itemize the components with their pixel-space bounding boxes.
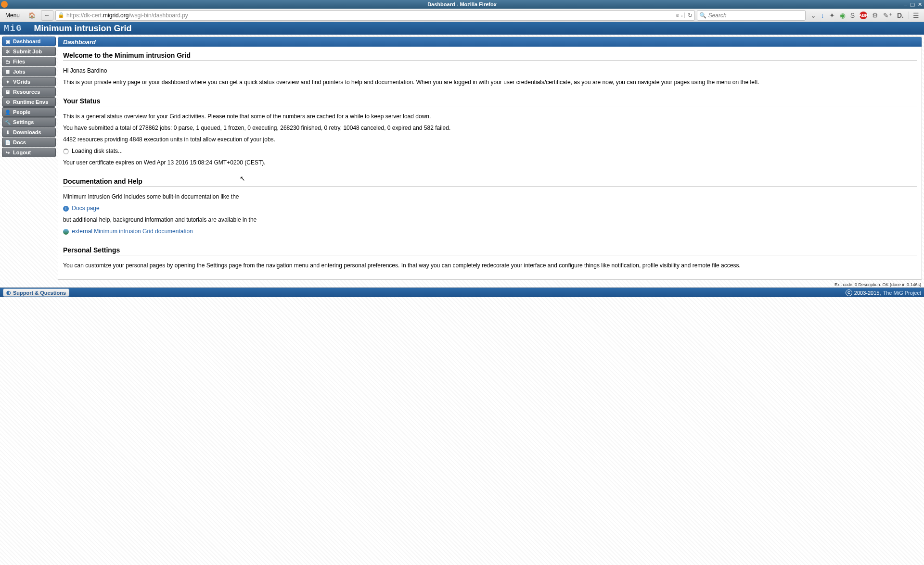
exit-code-line: Exit code: 0 Description: OK (done in 0.… xyxy=(0,282,924,288)
nav-item-label: Logout xyxy=(13,150,31,155)
nav-item-label: Dashboard xyxy=(13,38,40,44)
docs-intro: Minimum intrusion Grid includes some bui… xyxy=(63,192,917,201)
search-icon: 🔍 xyxy=(699,12,706,19)
intro-text: This is your private entry page or your … xyxy=(63,78,917,87)
downloads-icon: ⬇ xyxy=(5,129,11,135)
browser-toolbar: Menu 🏠 ← 🔒 https://dk-cert.migrid.org/ws… xyxy=(0,9,924,22)
question-icon: ◐ xyxy=(6,289,11,296)
resources-line: 4482 resources providing 4848 execution … xyxy=(63,135,917,144)
nav-item-files[interactable]: 🗀Files xyxy=(2,57,56,66)
dashboard-icon: ▣ xyxy=(5,38,11,44)
page-layout: ▣Dashboard✲Submit Job🗀Files≣Jobs✦VGrids🖥… xyxy=(0,35,924,282)
home-button[interactable]: 🏠 xyxy=(25,10,39,21)
reader-mode-icon[interactable]: ⎚ ▾ xyxy=(675,13,685,18)
nav-item-label: Runtime Envs xyxy=(13,99,48,105)
jobs-icon: ≣ xyxy=(5,69,11,75)
extension-icon-6[interactable]: D. xyxy=(897,12,904,19)
nav-item-label: Settings xyxy=(13,119,34,125)
search-input[interactable] xyxy=(708,12,803,19)
panel-title: Dashboard xyxy=(58,37,922,47)
status-heading: Your Status xyxy=(63,97,917,106)
main-panel: Dashboard Welcome to the Minimum intrusi… xyxy=(58,37,922,280)
nav-item-downloads[interactable]: ⬇Downloads xyxy=(2,127,56,137)
pocket-icon[interactable]: ⌄ xyxy=(810,12,816,19)
docs-icon: 📄 xyxy=(5,139,11,145)
resources-icon: 🖥 xyxy=(5,89,11,95)
support-button[interactable]: ◐ Support & Questions xyxy=(3,289,69,297)
nav-item-label: People xyxy=(13,109,30,115)
adblock-icon[interactable]: ABP xyxy=(860,12,867,19)
runtime-envs-icon: ⚙ xyxy=(5,99,11,105)
welcome-heading: Welcome to the Minimum intrusion Grid xyxy=(63,51,917,61)
site-title: Minimum intrusion Grid xyxy=(34,24,131,34)
nav-item-label: Downloads xyxy=(13,129,41,135)
status-note: This is a general status overview for yo… xyxy=(63,112,917,121)
nav-item-settings[interactable]: 🔧Settings xyxy=(2,117,56,127)
menu-button[interactable]: Menu xyxy=(2,10,23,21)
hamburger-menu[interactable]: ☰ xyxy=(909,12,919,19)
url-bar[interactable]: 🔒 https://dk-cert.migrid.org/wsgi-bin/da… xyxy=(55,10,695,21)
extension-icon-5[interactable]: ✎⁺ xyxy=(883,12,892,19)
firefox-icon xyxy=(1,1,8,8)
nav-item-vgrids[interactable]: ✦VGrids xyxy=(2,77,56,87)
nav-item-dashboard[interactable]: ▣Dashboard xyxy=(2,37,56,46)
docs-link-row: i Docs page xyxy=(63,204,917,213)
page-header: MiG Minimum intrusion Grid xyxy=(0,22,924,35)
url-text[interactable]: https://dk-cert.migrid.org/wsgi-bin/dash… xyxy=(66,12,673,19)
globe-icon xyxy=(63,229,69,235)
nav-item-runtime-envs[interactable]: ⚙Runtime Envs xyxy=(2,97,56,107)
nav-item-submit-job[interactable]: ✲Submit Job xyxy=(2,47,56,56)
nav-item-resources[interactable]: 🖥Resources xyxy=(2,87,56,97)
external-docs-link[interactable]: external Minimum intrusion Grid document… xyxy=(72,228,192,235)
reload-button[interactable]: ↻ xyxy=(688,12,693,19)
spinner-icon xyxy=(63,149,69,154)
nav-item-docs[interactable]: 📄Docs xyxy=(2,138,56,147)
docs-page-link[interactable]: Docs page xyxy=(72,205,99,212)
greeting-text: Hi Jonas Bardino xyxy=(63,66,917,75)
nav-item-label: Jobs xyxy=(13,69,26,75)
nav-item-jobs[interactable]: ≣Jobs xyxy=(2,67,56,76)
vgrids-icon: ✦ xyxy=(5,79,11,85)
docs-heading: Documentation and Help xyxy=(63,177,917,187)
extension-icon-4[interactable]: ⚙ xyxy=(872,12,878,19)
content-area: Welcome to the Minimum intrusion Grid Hi… xyxy=(58,47,922,279)
window-title: Dashboard - Mozilla Firefox xyxy=(427,1,497,7)
downloads-icon[interactable]: ↓ xyxy=(821,12,824,19)
extension-icon-1[interactable]: ✦ xyxy=(829,12,835,19)
search-box[interactable]: 🔍 xyxy=(697,10,806,21)
copyright-years: 2003-2015, xyxy=(854,290,881,296)
extension-icon-3[interactable]: S xyxy=(850,12,855,19)
external-link-row: external Minimum intrusion Grid document… xyxy=(63,227,917,236)
extension-icon-2[interactable]: ◉ xyxy=(840,12,846,19)
cert-line: Your user certificate expires on Wed Apr… xyxy=(63,158,917,167)
nav-item-label: VGrids xyxy=(13,79,30,85)
close-button[interactable]: ✕ xyxy=(918,1,922,8)
nav-item-people[interactable]: 👤People xyxy=(2,107,56,117)
maximize-button[interactable]: ▢ xyxy=(910,1,915,8)
settings-icon: 🔧 xyxy=(5,119,11,125)
nav-item-label: Submit Job xyxy=(13,49,42,54)
window-controls: – ▢ ✕ xyxy=(904,1,924,8)
sidebar-nav: ▣Dashboard✲Submit Job🗀Files≣Jobs✦VGrids🖥… xyxy=(2,37,56,280)
footer-right: C 2003-2015, The MiG Project xyxy=(846,289,921,296)
minimize-button[interactable]: – xyxy=(904,1,907,8)
toolbar-icons: ⌄ ↓ ✦ ◉ S ABP ⚙ ✎⁺ D. ☰ xyxy=(808,12,922,19)
copyright-icon: C xyxy=(846,289,852,296)
nav-item-label: Files xyxy=(13,59,25,64)
back-button[interactable]: ← xyxy=(41,10,53,21)
nav-item-logout[interactable]: ↪Logout xyxy=(2,148,56,157)
loading-line: Loading disk stats... xyxy=(63,147,917,155)
jobs-line: You have submitted a total of 278862 job… xyxy=(63,124,917,132)
nav-item-label: Resources xyxy=(13,89,40,95)
nav-item-label: Docs xyxy=(13,139,26,145)
settings-heading: Personal Settings xyxy=(63,246,917,255)
people-icon: 👤 xyxy=(5,109,11,115)
lock-icon: 🔒 xyxy=(58,12,64,18)
project-link[interactable]: The MiG Project xyxy=(883,290,921,296)
settings-text: You can customize your personal pages by… xyxy=(63,261,917,270)
docs-mid: but additional help, background informat… xyxy=(63,215,917,224)
site-logo: MiG xyxy=(4,24,22,33)
files-icon: 🗀 xyxy=(5,59,11,64)
logout-icon: ↪ xyxy=(5,150,11,155)
info-icon: i xyxy=(63,206,69,212)
